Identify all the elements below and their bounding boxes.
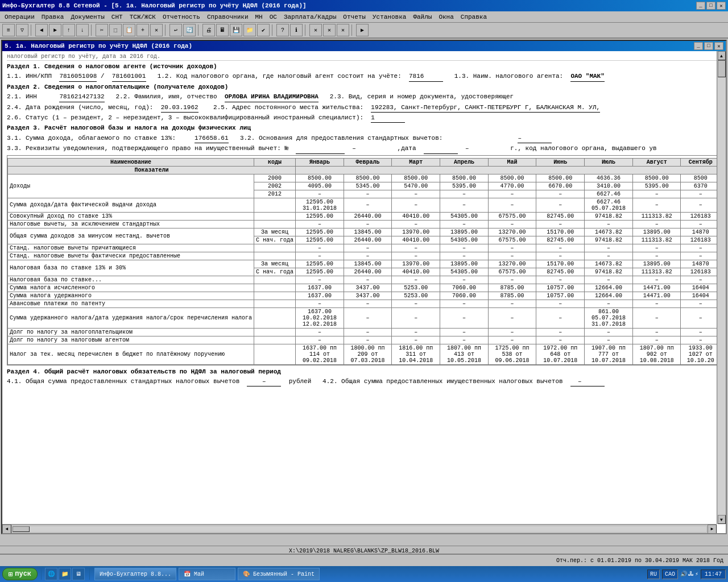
cell-nalogbase2-feb: – xyxy=(344,276,392,284)
cell-sumdate-code xyxy=(254,198,296,212)
menu-dokumenty[interactable]: Документы xyxy=(67,13,107,22)
cell-nalogisch-apr: 7060.00 xyxy=(440,284,489,292)
scroll-up-btn[interactable]: ▲ xyxy=(718,51,726,60)
cell-standvych2-sep: – xyxy=(681,252,721,260)
menu-sprav[interactable]: Справочники xyxy=(204,13,252,22)
cell-nalogbase2-name: Налоговая база по ставке... xyxy=(8,276,254,284)
cell-dohody-apr1: 8500.00 xyxy=(440,174,489,182)
tool-btn-print[interactable]: 🖨 xyxy=(202,24,215,36)
menu-os[interactable]: ОС xyxy=(266,13,280,22)
tool-btn-1[interactable]: ≡ xyxy=(2,24,15,36)
h-scrollbar-track[interactable] xyxy=(13,526,706,532)
section4-1-unit: рублей xyxy=(289,378,312,385)
menu-snt[interactable]: СНТ xyxy=(108,13,126,22)
tool-btn-info[interactable]: ℹ xyxy=(290,24,303,36)
taskbar-item-paint[interactable]: 🎨 Безымянный - Paint xyxy=(238,568,320,580)
tool-btn-cut[interactable]: ✂ xyxy=(96,24,108,36)
tool-btn-paste[interactable]: 📋 xyxy=(123,24,135,36)
taskbar-item-infobuh[interactable]: Инфо-Бухгалтер 8.8... xyxy=(94,568,176,580)
tool-btn-6[interactable]: 🔄 xyxy=(183,24,196,36)
tool-btn-del[interactable]: ✕ xyxy=(150,24,163,36)
tool-btn-x1[interactable]: ✕ xyxy=(309,24,322,36)
menu-windows[interactable]: Окна xyxy=(435,13,457,22)
cell-dolg1-aug: – xyxy=(632,328,681,336)
sum-dohod-value: 176658.61 xyxy=(195,134,229,143)
close-button[interactable]: ✕ xyxy=(717,2,726,10)
tool-btn-back[interactable]: ◄ xyxy=(35,24,48,36)
cell-dohody-mar1: 8500.00 xyxy=(392,174,440,182)
tool-btn-x4[interactable]: ▶ xyxy=(356,24,369,36)
cell-obshsum-feb2: 26440.00 xyxy=(344,236,392,244)
col-apr: Апрель xyxy=(440,158,489,166)
cell-avans-may: – xyxy=(488,300,536,307)
tool-btn-5[interactable]: ↩ xyxy=(169,24,182,36)
cell-nalogbase2-apr: – xyxy=(440,276,489,284)
fio-value: ОРЛОВА ИРИНА ВЛАДИМИРОВНА xyxy=(225,93,318,102)
cell-nalogbase-sub2: С нач. года xyxy=(254,268,296,276)
maximize-button[interactable]: □ xyxy=(706,2,715,10)
tool-btn-x2[interactable]: ✕ xyxy=(323,24,336,36)
menu-mn[interactable]: МН xyxy=(252,13,266,22)
tool-btn-fwd[interactable]: ► xyxy=(49,24,61,36)
minimize-button[interactable]: _ xyxy=(696,2,705,10)
tool-btn-save[interactable]: 💾 xyxy=(230,24,242,36)
cell-sovokup-apr: 54305.00 xyxy=(440,212,489,220)
clock: 11:47 xyxy=(701,569,726,579)
cell-nalogbase-sep2: 126183 xyxy=(681,268,721,276)
v-scrollbar[interactable]: ▲ ▼ xyxy=(717,51,726,524)
cell-nalogvych-jun: – xyxy=(536,220,585,228)
inn21-label: 2.1. ИНН xyxy=(7,93,37,100)
cell-obshsum-apr2: 54305.00 xyxy=(440,236,489,244)
menu-operacii[interactable]: Операции xyxy=(1,13,38,22)
quicklaunch-ie[interactable]: 🌐 xyxy=(45,568,57,580)
tool-btn-7[interactable]: 📁 xyxy=(243,24,256,36)
menu-install[interactable]: Установка xyxy=(369,13,410,22)
inner-minimize-btn[interactable]: _ xyxy=(694,42,703,50)
taskbar-item-label-2: 📅 Май xyxy=(184,571,204,577)
cell-nalogisch-name: Сумма налога исчисленного xyxy=(8,284,254,292)
menu-reports[interactable]: Отчеты xyxy=(340,13,369,22)
tool-btn-4[interactable]: ↓ xyxy=(76,24,89,36)
data-table-wrapper[interactable]: Наименование коды Январь Февраль Март Ап… xyxy=(7,155,721,365)
table-row: Станд. налоговые вычеты причитающиеся – … xyxy=(8,244,721,252)
naim-value: ОАО "МАК" xyxy=(570,72,605,81)
cell-nalogbase2-code xyxy=(254,276,296,284)
inner-max-btn[interactable]: □ xyxy=(704,42,713,50)
taskbar-item-may[interactable]: 📅 Май xyxy=(179,568,235,580)
start-button[interactable]: ⊞ пуск xyxy=(2,568,38,580)
cell-nalogbase2-may: – xyxy=(488,276,536,284)
tool-btn-copy[interactable]: ⬚ xyxy=(109,24,122,36)
tool-btn-q[interactable]: ? xyxy=(276,24,289,36)
v-scrollbar-track[interactable] xyxy=(718,60,726,515)
cell-nalogbase-aug1: 13895.00 xyxy=(632,260,681,268)
tool-btn-3[interactable]: ↑ xyxy=(63,24,75,36)
cell-dohody-jan1: 8500.00 xyxy=(296,174,344,182)
inner-window-title: 5. 1а. Налоговый регистр по учёту НДФЛ (… xyxy=(5,43,192,49)
menu-zp[interactable]: Зарплата/Кадры xyxy=(280,13,340,22)
h-scrollbar-thumb[interactable] xyxy=(13,526,30,532)
menu-pravka[interactable]: Правка xyxy=(38,13,68,22)
cell-nalogperechs-name: Налог за тек. месяц перечислен в бюджет … xyxy=(8,344,254,364)
menu-otchet[interactable]: Отчетность xyxy=(159,13,204,22)
cell-naloguderzh-feb: 3437.00 xyxy=(344,292,392,300)
menu-help[interactable]: Справка xyxy=(457,13,490,22)
quicklaunch-3[interactable]: 🖥 xyxy=(72,568,85,580)
menu-files[interactable]: Файлы xyxy=(410,13,435,22)
cell-dolg1-apr: – xyxy=(440,328,489,336)
inner-close-btn[interactable]: ✕ xyxy=(714,42,723,50)
menu-tszh[interactable]: ТСЖ/ЖСК xyxy=(126,13,159,22)
quicklaunch-explorer[interactable]: 📁 xyxy=(59,568,71,580)
h-scrollbar[interactable]: ◄ ► xyxy=(2,524,717,533)
v-scrollbar-thumb[interactable] xyxy=(718,60,726,77)
tool-btn-calc[interactable]: 🖩 xyxy=(216,24,229,36)
tool-btn-filter[interactable]: ▽ xyxy=(16,24,28,36)
section2-row3: 2.6. Статус (1 – резидент, 2 – нерезиден… xyxy=(7,114,721,123)
tool-btn-x3[interactable]: ✕ xyxy=(337,24,349,36)
tool-btn-8[interactable]: ✔ xyxy=(257,24,270,36)
cell-dolg1-name: Долг по налогу за налогоплательщиком xyxy=(8,328,254,336)
scroll-right-btn[interactable]: ► xyxy=(708,525,717,534)
scroll-left-btn[interactable]: ◄ xyxy=(2,525,11,534)
tool-btn-add[interactable]: + xyxy=(136,24,149,36)
scroll-down-btn[interactable]: ▼ xyxy=(718,515,726,524)
cell-dohody-code2: 2002 xyxy=(254,182,296,190)
